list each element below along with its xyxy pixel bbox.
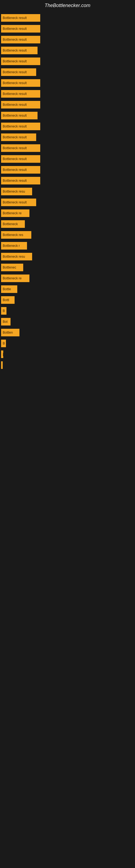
bar-6: Bottleneck result bbox=[1, 79, 40, 87]
bar-9: Bottleneck result bbox=[1, 112, 38, 119]
bar-label-17: Bottleneck result bbox=[3, 200, 27, 204]
bar-row: Bottleneck resu bbox=[0, 251, 135, 262]
bar-8: Bottleneck result bbox=[1, 101, 40, 108]
bar-row: Bottleneck result bbox=[0, 56, 135, 67]
bar-21: Bottleneck r bbox=[1, 242, 27, 250]
bar-13: Bottleneck result bbox=[1, 155, 40, 163]
bar-11: Bottleneck result bbox=[1, 133, 36, 141]
bar-row: Bottleneck result bbox=[0, 121, 135, 132]
bar-row: B bbox=[0, 305, 135, 316]
bar-label-15: Bottleneck result bbox=[3, 179, 27, 183]
bar-29: Bottlen bbox=[1, 329, 19, 336]
bar-row: B bbox=[0, 338, 135, 349]
bar-1: Bottleneck result bbox=[1, 25, 40, 33]
bar-row: Bottleneck result bbox=[0, 67, 135, 78]
bar-31: | bbox=[1, 350, 3, 358]
bar-label-30: B bbox=[3, 341, 5, 345]
bar-row: Bottl bbox=[0, 294, 135, 305]
bar-row: Bottlenec bbox=[0, 262, 135, 273]
bar-14: Bottleneck result bbox=[1, 166, 40, 174]
bar-label-11: Bottleneck result bbox=[3, 135, 27, 139]
bar-label-2: Bottleneck result bbox=[3, 38, 27, 41]
bar-row: Bottleneck result bbox=[0, 99, 135, 110]
bar-label-7: Bottleneck result bbox=[3, 92, 27, 96]
bar-label-14: Bottleneck result bbox=[3, 168, 27, 172]
bar-row: Bottleneck result bbox=[0, 132, 135, 143]
bar-label-20: Bottleneck res bbox=[3, 233, 23, 237]
bar-row: Bottleneck result bbox=[0, 78, 135, 88]
bar-row: Bottleneck r bbox=[0, 240, 135, 251]
bar-4: Bottleneck result bbox=[1, 58, 40, 65]
bar-19: Bottleneck bbox=[1, 220, 25, 228]
bar-label-4: Bottleneck result bbox=[3, 59, 27, 63]
bar-label-31: | bbox=[3, 352, 3, 356]
bar-row: ▌ bbox=[0, 360, 135, 371]
bar-12: Bottleneck result bbox=[1, 144, 40, 152]
bar-row: Bottleneck re bbox=[0, 208, 135, 219]
bar-label-6: Bottleneck result bbox=[3, 81, 27, 85]
bar-27: B bbox=[1, 307, 6, 315]
bar-label-0: Bottleneck result bbox=[3, 16, 27, 20]
bar-28: Bot bbox=[1, 318, 10, 326]
bar-25: Bottle bbox=[1, 285, 17, 293]
bar-5: Bottleneck result bbox=[1, 68, 36, 76]
bar-row: Bottlen bbox=[0, 327, 135, 338]
bar-0: Bottleneck result bbox=[1, 14, 40, 22]
bar-row: Bot bbox=[0, 316, 135, 327]
bar-label-16: Bottleneck resu bbox=[3, 190, 25, 193]
bar-row: Bottleneck result bbox=[0, 154, 135, 164]
bar-row: Bottleneck result bbox=[0, 143, 135, 154]
bar-15: Bottleneck result bbox=[1, 177, 40, 184]
bar-row: Bottleneck bbox=[0, 219, 135, 229]
bar-16: Bottleneck resu bbox=[1, 188, 32, 195]
bar-17: Bottleneck result bbox=[1, 198, 36, 206]
bar-label-29: Bottlen bbox=[3, 331, 13, 335]
bars-container: Bottleneck resultBottleneck resultBottle… bbox=[0, 10, 135, 373]
bar-3: Bottleneck result bbox=[1, 46, 38, 54]
bar-label-5: Bottleneck result bbox=[3, 70, 27, 74]
bar-label-26: Bottl bbox=[3, 298, 9, 302]
bar-2: Bottleneck result bbox=[1, 36, 40, 43]
bar-row: Bottleneck re bbox=[0, 273, 135, 284]
bar-label-1: Bottleneck result bbox=[3, 27, 27, 31]
bar-32: ▌ bbox=[1, 361, 3, 369]
bar-24: Bottleneck re bbox=[1, 275, 30, 282]
bar-label-27: B bbox=[3, 309, 5, 313]
bar-20: Bottleneck res bbox=[1, 231, 31, 239]
bar-label-9: Bottleneck result bbox=[3, 114, 27, 118]
bar-row: Bottleneck result bbox=[0, 110, 135, 121]
bar-label-25: Bottle bbox=[3, 287, 11, 291]
bar-row: Bottleneck result bbox=[0, 34, 135, 45]
bar-row: Bottleneck result bbox=[0, 23, 135, 34]
bar-row: Bottleneck result bbox=[0, 197, 135, 208]
bar-30: B bbox=[1, 340, 6, 347]
bar-row: Bottleneck result bbox=[0, 12, 135, 23]
bar-26: Bottl bbox=[1, 296, 14, 304]
bar-row: Bottleneck resu bbox=[0, 186, 135, 197]
bar-label-3: Bottleneck result bbox=[3, 49, 27, 52]
bar-label-22: Bottleneck resu bbox=[3, 255, 25, 258]
bar-row: | bbox=[0, 349, 135, 360]
site-title: TheBottlenecker.com bbox=[0, 0, 135, 10]
bar-row: Bottleneck result bbox=[0, 164, 135, 175]
bar-10: Bottleneck result bbox=[1, 123, 40, 130]
bar-row: Bottleneck result bbox=[0, 175, 135, 186]
bar-label-12: Bottleneck result bbox=[3, 146, 27, 150]
bar-label-21: Bottleneck r bbox=[3, 244, 20, 248]
bar-row: Bottleneck res bbox=[0, 229, 135, 240]
bar-label-28: Bot bbox=[3, 320, 8, 323]
bar-23: Bottlenec bbox=[1, 264, 23, 271]
bar-label-18: Bottleneck re bbox=[3, 211, 21, 215]
bar-label-23: Bottlenec bbox=[3, 266, 16, 269]
bar-label-8: Bottleneck result bbox=[3, 103, 27, 106]
bar-row: Bottle bbox=[0, 284, 135, 294]
bar-18: Bottleneck re bbox=[1, 209, 30, 217]
bar-7: Bottleneck result bbox=[1, 90, 40, 98]
bar-row: Bottleneck result bbox=[0, 88, 135, 99]
bar-label-10: Bottleneck result bbox=[3, 124, 27, 128]
bar-22: Bottleneck resu bbox=[1, 253, 32, 260]
bar-label-13: Bottleneck result bbox=[3, 157, 27, 161]
bar-label-19: Bottleneck bbox=[3, 222, 18, 226]
bar-label-24: Bottleneck re bbox=[3, 276, 21, 280]
bar-row: Bottleneck result bbox=[0, 45, 135, 56]
